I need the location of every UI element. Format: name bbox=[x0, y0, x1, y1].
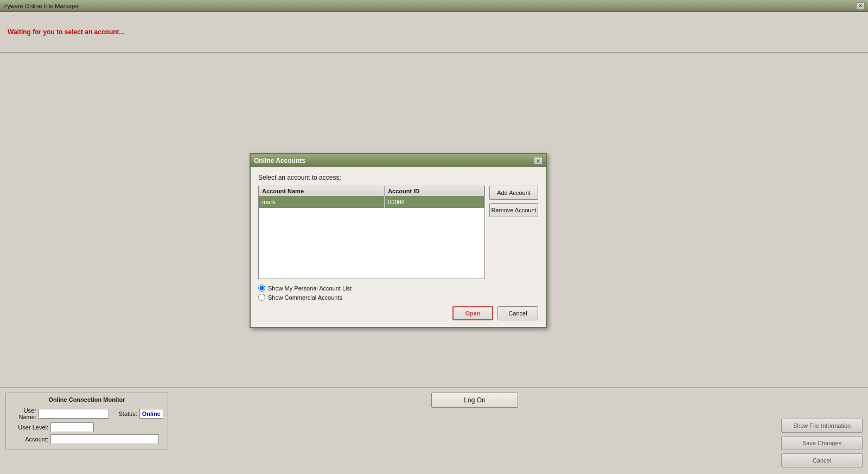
user-level-input[interactable] bbox=[50, 422, 94, 432]
show-file-info-button[interactable]: Show File Information bbox=[781, 419, 863, 433]
accounts-table-wrapper: Account Name Account ID mark 00008 bbox=[258, 186, 485, 279]
status-message: Waiting for you to select an account... bbox=[8, 28, 125, 36]
open-button[interactable]: Open bbox=[452, 306, 493, 320]
account-row: Account: bbox=[10, 434, 163, 444]
accounts-table: Account Name Account ID mark 00008 bbox=[259, 186, 484, 208]
workspace: Online Accounts ✕ Select an account to a… bbox=[0, 53, 868, 384]
bottom-panel: Online Connection Monitor User Name: Sta… bbox=[0, 387, 868, 474]
bottom-cancel-button[interactable]: Cancel bbox=[781, 453, 863, 467]
log-on-button[interactable]: Log On bbox=[431, 393, 518, 408]
log-on-section: Log On bbox=[168, 393, 781, 408]
account-label: Account: bbox=[10, 436, 48, 443]
status-label: Status: bbox=[111, 410, 137, 417]
window-close-button[interactable]: ✕ bbox=[856, 2, 865, 10]
cancel-button[interactable]: Cancel bbox=[497, 306, 538, 320]
radio-personal-input[interactable] bbox=[258, 285, 265, 292]
accounts-empty-space bbox=[259, 208, 484, 279]
col-account-name: Account Name bbox=[259, 186, 385, 196]
user-name-row: User Name: Status: Online bbox=[10, 407, 163, 420]
radio-commercial[interactable]: Show Commercial Accounts bbox=[258, 294, 538, 301]
table-row[interactable]: mark 00008 bbox=[259, 196, 484, 208]
app-title: Pyware Online File Manager bbox=[3, 3, 79, 9]
radio-personal[interactable]: Show My Personal Account List bbox=[258, 285, 538, 292]
title-bar: Pyware Online File Manager ✕ bbox=[0, 0, 868, 12]
radio-commercial-input[interactable] bbox=[258, 294, 265, 301]
col-account-id: Account ID bbox=[385, 186, 484, 196]
save-changes-button[interactable]: Save Changes bbox=[781, 436, 863, 450]
online-accounts-dialog: Online Accounts ✕ Select an account to a… bbox=[250, 153, 547, 328]
right-buttons: Show File Information Save Changes Cance… bbox=[781, 393, 863, 470]
main-area: Waiting for you to select an account... bbox=[0, 12, 868, 53]
user-level-label: User Level: bbox=[10, 424, 48, 431]
dialog-buttons: Add Account Remove Account bbox=[489, 186, 538, 217]
status-value: Online bbox=[139, 409, 163, 419]
dialog-close-button[interactable]: ✕ bbox=[534, 157, 542, 165]
radio-section: Show My Personal Account List Show Comme… bbox=[258, 285, 538, 301]
monitor-title: Online Connection Monitor bbox=[10, 396, 163, 403]
dialog-title: Online Accounts bbox=[254, 157, 305, 165]
user-name-input[interactable] bbox=[39, 409, 109, 419]
radio-personal-label: Show My Personal Account List bbox=[268, 285, 352, 292]
account-input[interactable] bbox=[50, 434, 159, 444]
radio-commercial-label: Show Commercial Accounts bbox=[268, 294, 342, 301]
account-id-cell: 00008 bbox=[385, 196, 484, 208]
add-account-button[interactable]: Add Account bbox=[489, 186, 538, 200]
dialog-instruction: Select an account to access: bbox=[258, 174, 538, 181]
dialog-titlebar: Online Accounts ✕ bbox=[251, 154, 546, 167]
connection-monitor: Online Connection Monitor User Name: Sta… bbox=[5, 393, 168, 450]
remove-account-button[interactable]: Remove Account bbox=[489, 203, 538, 217]
user-level-row: User Level: bbox=[10, 422, 163, 432]
user-name-label: User Name: bbox=[10, 407, 36, 420]
account-name-cell: mark bbox=[259, 196, 385, 208]
accounts-container: Account Name Account ID mark 00008 bbox=[258, 186, 538, 279]
dialog-body: Select an account to access: Account Nam… bbox=[251, 167, 546, 327]
dialog-footer: Open Cancel bbox=[258, 306, 538, 320]
